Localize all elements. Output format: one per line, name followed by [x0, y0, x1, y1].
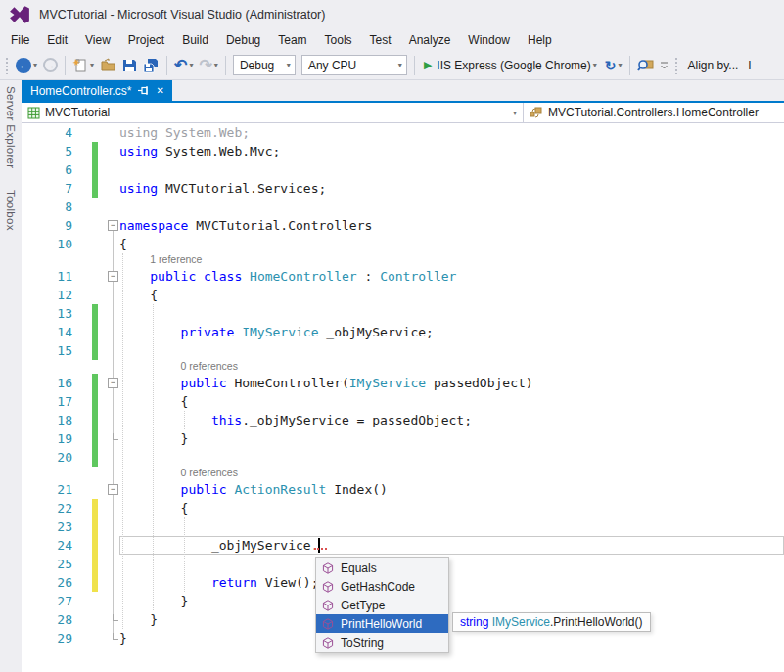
code-line[interactable]: 12{ [22, 286, 784, 304]
menu-item-window[interactable]: Window [459, 30, 519, 50]
menu-item-debug[interactable]: Debug [217, 30, 269, 50]
code-line[interactable]: 5using System.Web.Mvc; [22, 142, 784, 160]
code-text[interactable]: { [119, 499, 784, 517]
code-text[interactable]: using System.Web; [119, 123, 784, 142]
code-line[interactable]: 22{ [22, 499, 784, 517]
outlining-margin [98, 179, 119, 198]
collapse-region-button[interactable]: − [108, 271, 118, 282]
code-line[interactable]: 16−public HomeController(IMyService pass… [22, 374, 784, 392]
menu-item-file[interactable]: File [2, 30, 38, 50]
code-text[interactable]: return View(); [119, 573, 784, 592]
sidebar-tab-toolbox[interactable]: Toolbox [5, 190, 17, 231]
code-line[interactable]: 13 [22, 304, 784, 323]
code-text[interactable]: _objMyService. [119, 536, 784, 555]
undo-button[interactable]: ↶ ▾ [172, 57, 195, 74]
code-text[interactable]: { [119, 392, 784, 411]
code-text[interactable]: { [119, 286, 784, 304]
completion-item-gethashcode[interactable]: GetHashCode [316, 577, 448, 596]
codelens-references[interactable]: 0 references [22, 467, 784, 480]
code-text[interactable]: namespace MVCTutorial.Controllers [119, 216, 784, 235]
codelens-references[interactable]: 1 reference [22, 253, 784, 267]
menu-item-test[interactable]: Test [361, 30, 400, 50]
navigate-back-button[interactable]: ← ▾ [14, 56, 39, 75]
code-text[interactable]: { [119, 235, 784, 253]
pin-icon[interactable] [138, 85, 149, 96]
find-in-files-button[interactable] [635, 56, 656, 74]
code-line[interactable]: 14private IMyService _objMyService; [22, 323, 784, 341]
code-text[interactable]: public HomeController(IMyService passedO… [119, 374, 784, 392]
code-line[interactable]: 4using System.Web; [22, 123, 784, 142]
tab-homecontroller[interactable]: HomeController.cs* ✕ [22, 80, 172, 101]
menu-item-tools[interactable]: Tools [316, 30, 361, 50]
code-text[interactable] [119, 341, 784, 360]
code-text[interactable] [119, 198, 784, 216]
code-text[interactable]: } [119, 592, 784, 610]
code-line[interactable]: 24_objMyService. [22, 536, 784, 555]
menu-item-analyze[interactable]: Analyze [400, 30, 460, 50]
code-text[interactable] [119, 160, 784, 179]
code-text[interactable]: using System.Web.Mvc; [119, 142, 784, 160]
code-editor[interactable]: 4using System.Web;5using System.Web.Mvc;… [22, 123, 784, 672]
toolbar-grip[interactable] [5, 57, 10, 74]
project-dropdown[interactable]: MVCTutorial ▾ [22, 103, 524, 122]
open-file-button[interactable] [98, 56, 118, 74]
code-line[interactable]: 9−namespace MVCTutorial.Controllers [22, 216, 784, 235]
codelens-references[interactable]: 0 references [22, 360, 784, 374]
codelens-label[interactable]: 1 reference [150, 253, 202, 267]
code-text[interactable]: this._objMyService = passedObject; [119, 411, 784, 429]
member-dropdown[interactable]: MVCTutorial.Controllers.HomeController [524, 103, 784, 122]
toolbar-grip[interactable] [674, 57, 679, 74]
code-line[interactable]: 20 [22, 448, 784, 467]
save-button[interactable] [120, 56, 139, 74]
codelens-label[interactable]: 0 references [181, 467, 238, 480]
menu-item-help[interactable]: Help [519, 30, 561, 50]
navigate-forward-button[interactable]: → [41, 56, 60, 74]
code-line[interactable]: 7using MVCTutorial.Services; [22, 179, 784, 198]
completion-item-printhelloworld[interactable]: PrintHelloWorld [316, 614, 448, 633]
menu-item-project[interactable]: Project [119, 30, 173, 50]
code-line[interactable]: 17{ [22, 392, 784, 411]
code-line[interactable]: 6 [22, 160, 784, 179]
refresh-button[interactable]: ↻ ▾ [603, 56, 624, 75]
code-line[interactable]: 10{ [22, 235, 784, 253]
solution-configuration-dropdown[interactable]: Debug ▾ [233, 55, 296, 75]
code-text[interactable] [119, 304, 784, 323]
change-tracking-margin [82, 573, 98, 592]
completion-item-gettype[interactable]: GetType [316, 596, 448, 614]
completion-item-equals[interactable]: Equals [316, 559, 448, 577]
code-line[interactable]: 15 [22, 341, 784, 360]
code-text[interactable] [119, 517, 784, 536]
redo-button[interactable]: ↷ ▾ [197, 57, 219, 74]
code-text[interactable]: } [119, 429, 784, 448]
code-text[interactable]: using MVCTutorial.Services; [119, 179, 784, 198]
new-item-button[interactable]: ▾ [70, 56, 96, 75]
code-text[interactable] [119, 555, 784, 573]
collapse-region-button[interactable]: − [108, 220, 118, 231]
completion-item-tostring[interactable]: ToString [316, 633, 448, 651]
code-text[interactable]: public class HomeController : Controller [119, 267, 784, 286]
code-text[interactable]: private IMyService _objMyService; [119, 323, 784, 341]
code-line[interactable]: 23 [22, 517, 784, 536]
sidebar-tab-server-explorer[interactable]: Server Explorer [5, 86, 17, 168]
menu-item-team[interactable]: Team [269, 30, 315, 50]
code-line[interactable]: 19} [22, 429, 784, 448]
toolbar-overflow-button[interactable] [658, 58, 670, 73]
code-text[interactable]: public ActionResult Index() [119, 480, 784, 499]
start-debugging-button[interactable]: ▶ IIS Express (Google Chrome) ▾ [420, 57, 601, 74]
menu-item-build[interactable]: Build [173, 30, 217, 50]
code-line[interactable]: 21−public ActionResult Index() [22, 480, 784, 499]
codelens-label[interactable]: 0 references [181, 360, 238, 374]
menu-item-view[interactable]: View [76, 30, 119, 50]
region-end-mark [113, 433, 118, 440]
code-line[interactable]: 11−public class HomeController : Control… [22, 267, 784, 286]
align-by-button[interactable]: Align by... [688, 59, 739, 72]
code-text[interactable] [119, 448, 784, 467]
code-line[interactable]: 18this._objMyService = passedObject; [22, 411, 784, 429]
collapse-region-button[interactable]: − [108, 378, 118, 388]
code-line[interactable]: 8 [22, 198, 784, 216]
save-all-button[interactable] [141, 56, 161, 75]
close-icon[interactable]: ✕ [156, 85, 163, 96]
collapse-region-button[interactable]: − [108, 484, 118, 495]
solution-platform-dropdown[interactable]: Any CPU ▾ [301, 55, 407, 75]
menu-item-edit[interactable]: Edit [38, 30, 76, 50]
